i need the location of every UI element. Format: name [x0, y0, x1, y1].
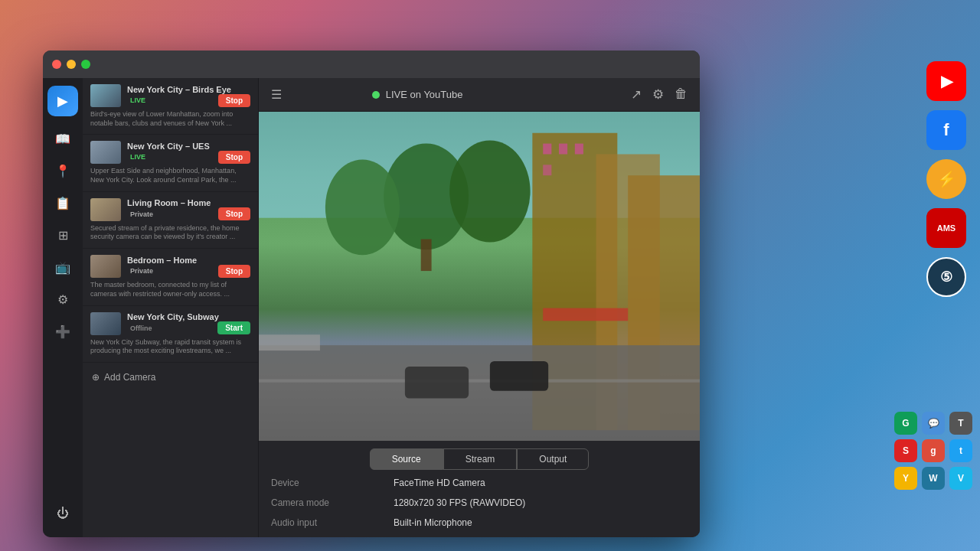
desktop-icon-5ball[interactable]: ⑤ [926, 257, 966, 297]
camera-thumb-nyc-subway [90, 312, 121, 335]
main-content: ☰ LIVE on YouTube ↗ ⚙ 🗑 [259, 78, 700, 537]
sidebar-item-book[interactable]: 📖 [48, 124, 77, 153]
small-icon-g[interactable]: G [894, 412, 917, 435]
camera-start-btn-nyc-subway[interactable]: Start [217, 321, 250, 334]
camera-status-bedroom: Private [127, 266, 156, 276]
camera-info-nyc-ues: New York City – UES LIVE Stop [127, 142, 250, 164]
menu-icon[interactable]: ☰ [271, 87, 282, 102]
camera-thumb-bedroom [90, 255, 121, 278]
sidebar-item-list[interactable]: 📋 [48, 188, 77, 217]
sidebar: ▶ 📖 📍 📋 ⊞ 📺 ⚙ ➕ ⏻ [43, 78, 83, 537]
camera-stop-btn-nyc-birds-eye[interactable]: Stop [218, 94, 250, 107]
svg-rect-17 [543, 308, 628, 321]
maximize-button[interactable] [81, 60, 90, 69]
camera-status-living-room: Private [127, 210, 156, 219]
camera-item-bedroom[interactable]: Bedroom – Home Private Stop The master b… [83, 249, 258, 305]
share-icon[interactable]: ↗ [631, 86, 642, 103]
small-icon-v[interactable]: V [949, 467, 972, 490]
desktop-icon-facebook[interactable]: f [926, 110, 966, 150]
camera-list: New York City – Birds Eye LIVE Stop Bird… [83, 78, 259, 537]
small-icon-y[interactable]: Y [894, 467, 917, 490]
small-icon-tw[interactable]: t [949, 439, 972, 462]
desktop-icons-right: ▶ f ⚡ AMS ⑤ [926, 61, 966, 297]
live-dot [372, 91, 380, 99]
delete-icon[interactable]: 🗑 [675, 86, 688, 103]
small-icon-t[interactable]: T [949, 412, 972, 435]
add-camera-icon: ⊕ [92, 372, 100, 383]
tab-source[interactable]: Source [370, 448, 443, 470]
camera-info-living-room: Living Room – Home Private Stop [127, 198, 250, 220]
camera-stop-btn-living-room[interactable]: Stop [218, 207, 250, 220]
minimize-button[interactable] [67, 60, 76, 69]
camera-title-nyc-ues: New York City – UES [127, 142, 250, 151]
camera-status-nyc-ues: LIVE [127, 152, 149, 161]
sidebar-item-monitor[interactable]: 📺 [48, 253, 77, 282]
small-icon-chat[interactable]: 💬 [922, 412, 945, 435]
device-label: Device [271, 478, 394, 488]
titlebar [43, 51, 700, 78]
camera-stop-btn-bedroom[interactable]: Stop [218, 265, 250, 278]
camera-desc-nyc-subway: New York City Subway, the rapid transit … [90, 338, 250, 356]
sidebar-item-add[interactable]: ➕ [48, 317, 77, 346]
bottom-panel: Source Stream Output Device FaceTime HD … [259, 441, 700, 537]
camera-title-living-room: Living Room – Home [127, 198, 250, 207]
svg-point-10 [325, 159, 400, 255]
small-icon-gplus[interactable]: g [922, 439, 945, 462]
tab-stream[interactable]: Stream [443, 448, 518, 470]
camera-info-bedroom: Bedroom – Home Private Stop [127, 256, 250, 278]
sidebar-item-power[interactable]: ⏻ [48, 499, 77, 528]
app-icon[interactable]: ▶ [47, 86, 78, 116]
camera-desc-nyc-birds-eye: Bird's-eye view of Lower Manhattan, zoom… [90, 110, 250, 128]
camera-item-nyc-subway[interactable]: New York City, Subway Offline Start New … [83, 306, 258, 363]
svg-rect-6 [575, 144, 583, 155]
source-info: Device FaceTime HD Camera Camera mode 12… [271, 478, 688, 528]
camera-mode-row: Camera mode 980x551 30 FPS (RAWVIDEO) [271, 497, 688, 508]
svg-rect-5 [559, 144, 567, 155]
close-button[interactable] [52, 60, 61, 69]
camera-thumb-nyc-ues [90, 141, 121, 164]
camera-stop-btn-nyc-ues[interactable]: Stop [218, 151, 250, 164]
svg-rect-15 [490, 361, 548, 391]
desktop-icon-lightning[interactable]: ⚡ [926, 159, 966, 199]
sidebar-item-settings[interactable]: ⚙ [48, 285, 77, 314]
camera-title-nyc-birds-eye: New York City – Birds Eye [127, 85, 250, 94]
camera-item-living-room[interactable]: Living Room – Home Private Stop Secured … [83, 192, 258, 249]
desktop-icon-youtube[interactable]: ▶ [926, 61, 966, 101]
svg-rect-14 [405, 367, 469, 399]
small-icon-s[interactable]: S [894, 439, 917, 462]
camera-mode-value: 980x551 30 FPS (RAWVIDEO) [394, 497, 525, 508]
svg-rect-9 [421, 239, 432, 271]
live-indicator: LIVE on YouTube [372, 89, 463, 100]
svg-rect-16 [259, 334, 320, 350]
camera-thumb-living-room [90, 198, 121, 221]
svg-rect-12 [259, 345, 700, 441]
camera-title-nyc-subway: New York City, Subway [127, 312, 250, 321]
camera-desc-bedroom: The master bedroom, connected to my list… [90, 281, 250, 298]
desktop-icon-ams[interactable]: AMS [926, 208, 966, 248]
svg-rect-4 [543, 144, 551, 155]
live-text: LIVE on YouTube [386, 89, 463, 100]
tab-output[interactable]: Output [517, 448, 589, 470]
svg-rect-7 [543, 165, 551, 175]
traffic-lights [52, 60, 90, 69]
desktop-small-icons: G 💬 T S g t Y W V [894, 412, 972, 490]
device-row: Device FaceTime HD Camera [271, 478, 688, 488]
camera-item-nyc-ues[interactable]: New York City – UES LIVE Stop Upper East… [83, 135, 258, 191]
window-body: ▶ 📖 📍 📋 ⊞ 📺 ⚙ ➕ ⏻ New York City – Birds … [43, 78, 700, 537]
svg-rect-13 [259, 380, 700, 383]
settings-icon[interactable]: ⚙ [652, 86, 664, 103]
device-value: FaceTime HD Camera [394, 478, 485, 488]
camera-info-nyc-subway: New York City, Subway Offline Start [127, 312, 250, 334]
small-icon-wp[interactable]: W [922, 467, 945, 490]
main-window: ▶ 📖 📍 📋 ⊞ 📺 ⚙ ➕ ⏻ New York City – Birds … [43, 51, 700, 537]
sidebar-item-location[interactable]: 📍 [48, 156, 77, 185]
camera-info-nyc-birds-eye: New York City – Birds Eye LIVE Stop [127, 85, 250, 107]
add-camera-label: Add Camera [104, 372, 155, 383]
add-camera-button[interactable]: ⊕ Add Camera [83, 363, 258, 392]
svg-point-11 [449, 140, 530, 242]
camera-item-nyc-birds-eye[interactable]: New York City – Birds Eye LIVE Stop Bird… [83, 78, 258, 135]
sidebar-item-grid[interactable]: ⊞ [48, 220, 77, 249]
audio-input-label: Audio input [271, 517, 394, 528]
camera-desc-living-room: Secured stream of a private residence, t… [90, 224, 250, 242]
top-bar-actions: ↗ ⚙ 🗑 [631, 86, 688, 103]
